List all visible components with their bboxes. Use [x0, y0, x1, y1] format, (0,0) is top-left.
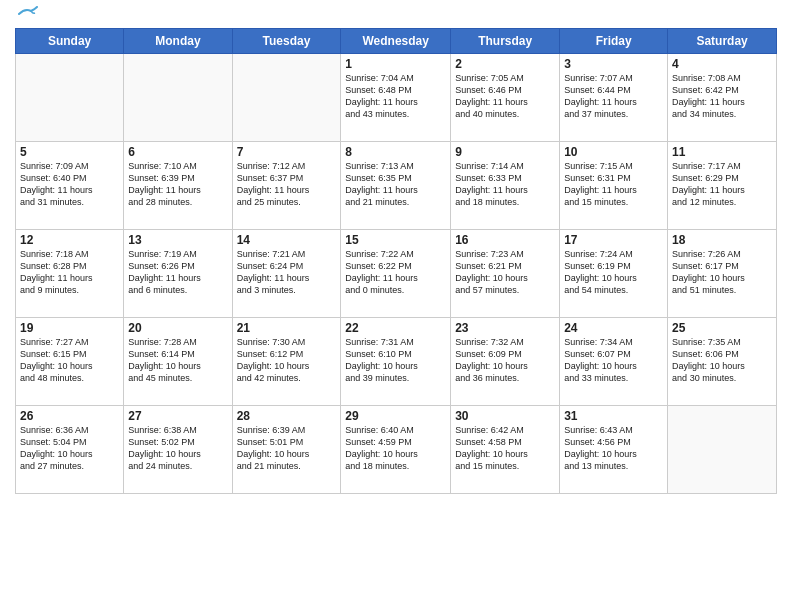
day-cell-9: 9Sunrise: 7:14 AM Sunset: 6:33 PM Daylig…: [451, 142, 560, 230]
day-info: Sunrise: 7:05 AM Sunset: 6:46 PM Dayligh…: [455, 72, 555, 121]
day-number: 25: [672, 321, 772, 335]
day-info: Sunrise: 6:36 AM Sunset: 5:04 PM Dayligh…: [20, 424, 119, 473]
week-row-3: 12Sunrise: 7:18 AM Sunset: 6:28 PM Dayli…: [16, 230, 777, 318]
day-info: Sunrise: 7:30 AM Sunset: 6:12 PM Dayligh…: [237, 336, 337, 385]
day-number: 26: [20, 409, 119, 423]
day-cell-4: 4Sunrise: 7:08 AM Sunset: 6:42 PM Daylig…: [668, 54, 777, 142]
day-number: 29: [345, 409, 446, 423]
day-cell-10: 10Sunrise: 7:15 AM Sunset: 6:31 PM Dayli…: [560, 142, 668, 230]
day-header-sunday: Sunday: [16, 29, 124, 54]
day-info: Sunrise: 7:14 AM Sunset: 6:33 PM Dayligh…: [455, 160, 555, 209]
week-row-4: 19Sunrise: 7:27 AM Sunset: 6:15 PM Dayli…: [16, 318, 777, 406]
day-number: 5: [20, 145, 119, 159]
day-cell-24: 24Sunrise: 7:34 AM Sunset: 6:07 PM Dayli…: [560, 318, 668, 406]
day-cell-25: 25Sunrise: 7:35 AM Sunset: 6:06 PM Dayli…: [668, 318, 777, 406]
day-info: Sunrise: 7:12 AM Sunset: 6:37 PM Dayligh…: [237, 160, 337, 209]
day-number: 17: [564, 233, 663, 247]
day-number: 14: [237, 233, 337, 247]
day-number: 7: [237, 145, 337, 159]
day-info: Sunrise: 7:09 AM Sunset: 6:40 PM Dayligh…: [20, 160, 119, 209]
day-info: Sunrise: 6:38 AM Sunset: 5:02 PM Dayligh…: [128, 424, 227, 473]
day-info: Sunrise: 7:21 AM Sunset: 6:24 PM Dayligh…: [237, 248, 337, 297]
day-info: Sunrise: 7:04 AM Sunset: 6:48 PM Dayligh…: [345, 72, 446, 121]
day-info: Sunrise: 7:32 AM Sunset: 6:09 PM Dayligh…: [455, 336, 555, 385]
day-info: Sunrise: 6:42 AM Sunset: 4:58 PM Dayligh…: [455, 424, 555, 473]
day-header-thursday: Thursday: [451, 29, 560, 54]
day-info: Sunrise: 7:18 AM Sunset: 6:28 PM Dayligh…: [20, 248, 119, 297]
day-cell-2: 2Sunrise: 7:05 AM Sunset: 6:46 PM Daylig…: [451, 54, 560, 142]
header-row: SundayMondayTuesdayWednesdayThursdayFrid…: [16, 29, 777, 54]
day-cell-26: 26Sunrise: 6:36 AM Sunset: 5:04 PM Dayli…: [16, 406, 124, 494]
day-info: Sunrise: 7:10 AM Sunset: 6:39 PM Dayligh…: [128, 160, 227, 209]
day-number: 28: [237, 409, 337, 423]
day-cell-empty-0-1: [124, 54, 232, 142]
day-cell-21: 21Sunrise: 7:30 AM Sunset: 6:12 PM Dayli…: [232, 318, 341, 406]
day-cell-6: 6Sunrise: 7:10 AM Sunset: 6:39 PM Daylig…: [124, 142, 232, 230]
day-number: 10: [564, 145, 663, 159]
day-number: 3: [564, 57, 663, 71]
day-cell-13: 13Sunrise: 7:19 AM Sunset: 6:26 PM Dayli…: [124, 230, 232, 318]
day-number: 21: [237, 321, 337, 335]
day-info: Sunrise: 7:31 AM Sunset: 6:10 PM Dayligh…: [345, 336, 446, 385]
day-number: 24: [564, 321, 663, 335]
day-cell-28: 28Sunrise: 6:39 AM Sunset: 5:01 PM Dayli…: [232, 406, 341, 494]
day-info: Sunrise: 7:27 AM Sunset: 6:15 PM Dayligh…: [20, 336, 119, 385]
header: [15, 10, 777, 22]
day-cell-27: 27Sunrise: 6:38 AM Sunset: 5:02 PM Dayli…: [124, 406, 232, 494]
day-info: Sunrise: 7:19 AM Sunset: 6:26 PM Dayligh…: [128, 248, 227, 297]
day-cell-8: 8Sunrise: 7:13 AM Sunset: 6:35 PM Daylig…: [341, 142, 451, 230]
week-row-1: 1Sunrise: 7:04 AM Sunset: 6:48 PM Daylig…: [16, 54, 777, 142]
day-number: 31: [564, 409, 663, 423]
day-number: 15: [345, 233, 446, 247]
day-info: Sunrise: 7:34 AM Sunset: 6:07 PM Dayligh…: [564, 336, 663, 385]
day-info: Sunrise: 7:17 AM Sunset: 6:29 PM Dayligh…: [672, 160, 772, 209]
day-info: Sunrise: 7:15 AM Sunset: 6:31 PM Dayligh…: [564, 160, 663, 209]
day-info: Sunrise: 7:22 AM Sunset: 6:22 PM Dayligh…: [345, 248, 446, 297]
day-cell-12: 12Sunrise: 7:18 AM Sunset: 6:28 PM Dayli…: [16, 230, 124, 318]
day-info: Sunrise: 7:08 AM Sunset: 6:42 PM Dayligh…: [672, 72, 772, 121]
day-cell-empty-0-2: [232, 54, 341, 142]
logo: [15, 14, 39, 22]
day-number: 16: [455, 233, 555, 247]
day-cell-14: 14Sunrise: 7:21 AM Sunset: 6:24 PM Dayli…: [232, 230, 341, 318]
day-cell-7: 7Sunrise: 7:12 AM Sunset: 6:37 PM Daylig…: [232, 142, 341, 230]
day-cell-23: 23Sunrise: 7:32 AM Sunset: 6:09 PM Dayli…: [451, 318, 560, 406]
day-cell-29: 29Sunrise: 6:40 AM Sunset: 4:59 PM Dayli…: [341, 406, 451, 494]
day-number: 9: [455, 145, 555, 159]
day-number: 18: [672, 233, 772, 247]
day-header-monday: Monday: [124, 29, 232, 54]
day-number: 6: [128, 145, 227, 159]
day-number: 13: [128, 233, 227, 247]
day-info: Sunrise: 7:13 AM Sunset: 6:35 PM Dayligh…: [345, 160, 446, 209]
day-number: 8: [345, 145, 446, 159]
day-number: 19: [20, 321, 119, 335]
logo-bird-icon: [17, 6, 39, 22]
day-cell-empty-4-6: [668, 406, 777, 494]
day-number: 4: [672, 57, 772, 71]
day-number: 23: [455, 321, 555, 335]
day-info: Sunrise: 7:35 AM Sunset: 6:06 PM Dayligh…: [672, 336, 772, 385]
day-info: Sunrise: 7:07 AM Sunset: 6:44 PM Dayligh…: [564, 72, 663, 121]
day-info: Sunrise: 6:39 AM Sunset: 5:01 PM Dayligh…: [237, 424, 337, 473]
day-cell-22: 22Sunrise: 7:31 AM Sunset: 6:10 PM Dayli…: [341, 318, 451, 406]
day-number: 1: [345, 57, 446, 71]
day-number: 22: [345, 321, 446, 335]
day-header-tuesday: Tuesday: [232, 29, 341, 54]
day-header-friday: Friday: [560, 29, 668, 54]
day-number: 2: [455, 57, 555, 71]
day-header-saturday: Saturday: [668, 29, 777, 54]
day-cell-empty-0-0: [16, 54, 124, 142]
day-cell-19: 19Sunrise: 7:27 AM Sunset: 6:15 PM Dayli…: [16, 318, 124, 406]
week-row-2: 5Sunrise: 7:09 AM Sunset: 6:40 PM Daylig…: [16, 142, 777, 230]
day-cell-16: 16Sunrise: 7:23 AM Sunset: 6:21 PM Dayli…: [451, 230, 560, 318]
day-number: 30: [455, 409, 555, 423]
day-number: 11: [672, 145, 772, 159]
day-info: Sunrise: 7:28 AM Sunset: 6:14 PM Dayligh…: [128, 336, 227, 385]
day-info: Sunrise: 7:23 AM Sunset: 6:21 PM Dayligh…: [455, 248, 555, 297]
page: SundayMondayTuesdayWednesdayThursdayFrid…: [0, 0, 792, 612]
day-cell-1: 1Sunrise: 7:04 AM Sunset: 6:48 PM Daylig…: [341, 54, 451, 142]
day-cell-20: 20Sunrise: 7:28 AM Sunset: 6:14 PM Dayli…: [124, 318, 232, 406]
day-cell-15: 15Sunrise: 7:22 AM Sunset: 6:22 PM Dayli…: [341, 230, 451, 318]
week-row-5: 26Sunrise: 6:36 AM Sunset: 5:04 PM Dayli…: [16, 406, 777, 494]
day-header-wednesday: Wednesday: [341, 29, 451, 54]
